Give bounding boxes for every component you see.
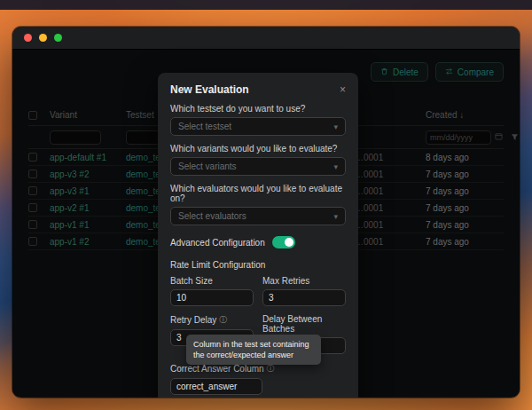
variants-select[interactable]: Select variants ▾: [170, 157, 346, 176]
delay-between-batches-label: Delay Between Batches: [262, 314, 346, 334]
correct-answer-column-label: Correct Answer Column: [170, 364, 264, 374]
close-icon[interactable]: ×: [340, 84, 346, 95]
testset-question-label: Which testset do you want to use?: [170, 104, 346, 114]
close-window-button[interactable]: [24, 34, 32, 42]
batch-size-label: Batch Size: [170, 276, 254, 286]
zoom-window-button[interactable]: [54, 34, 62, 42]
new-evaluation-modal: New Evaluation × Which testset do you wa…: [158, 73, 358, 398]
desktop-wallpaper: Delete Compare Variant Testset: [0, 0, 532, 410]
chevron-down-icon: ▾: [333, 162, 338, 171]
advanced-configuration-label: Advanced Configuration: [170, 238, 265, 248]
batch-size-input[interactable]: [170, 289, 254, 306]
advanced-configuration-toggle[interactable]: [272, 236, 295, 248]
modal-title: New Evaluation: [170, 83, 249, 96]
macos-menu-bar: [0, 0, 532, 10]
max-retries-label: Max Retries: [262, 276, 346, 286]
evaluators-question-label: Which evaluators would you like to evalu…: [170, 184, 346, 203]
testset-select-placeholder: Select testset: [178, 122, 231, 131]
max-retries-field: Max Retries: [262, 276, 346, 306]
minimize-window-button[interactable]: [39, 34, 47, 42]
chevron-down-icon: ▾: [333, 122, 338, 131]
testset-select[interactable]: Select testset ▾: [170, 117, 346, 136]
max-retries-input[interactable]: [262, 289, 346, 306]
correct-answer-column-field: Column in the test set containing the co…: [170, 363, 346, 395]
evaluators-select-placeholder: Select evaluators: [178, 211, 246, 221]
evaluators-select[interactable]: Select evaluators ▾: [170, 207, 346, 225]
chevron-down-icon: ▾: [333, 212, 338, 221]
rate-limit-section-label: Rate Limit Configuration: [170, 260, 346, 270]
batch-size-field: Batch Size: [170, 276, 254, 306]
info-icon[interactable]: ⓘ: [219, 314, 227, 326]
toggle-knob: [285, 238, 293, 247]
retry-delay-label: Retry Delay: [170, 315, 216, 325]
variants-question-label: Which variants would you like to evaluat…: [170, 144, 346, 154]
app-window: Delete Compare Variant Testset: [12, 27, 520, 398]
window-titlebar[interactable]: [12, 27, 520, 50]
variants-select-placeholder: Select variants: [178, 162, 237, 171]
correct-answer-column-input[interactable]: [170, 378, 262, 395]
correct-answer-tooltip: Column in the test set containing the co…: [186, 335, 321, 365]
